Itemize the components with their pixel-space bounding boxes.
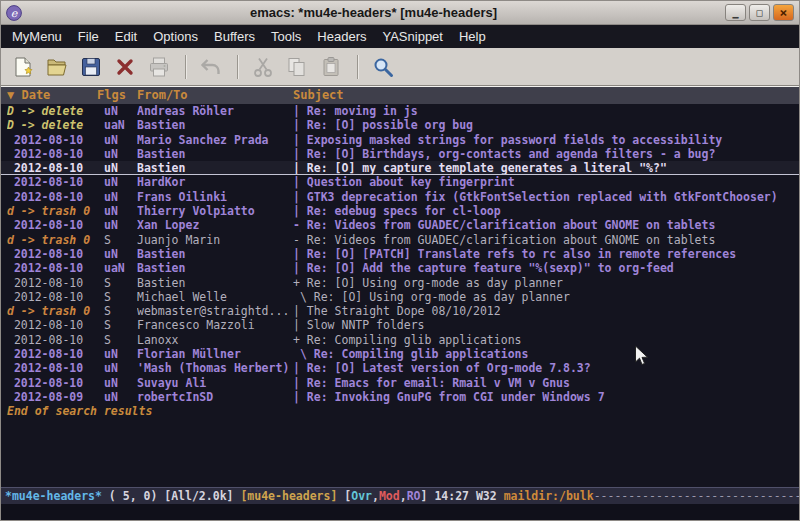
message-subject: | Re: [O] Latest version of Org-mode 7.8…: [293, 361, 799, 375]
menu-mymenu[interactable]: MyMenu: [4, 26, 70, 47]
message-flags: uN: [97, 204, 137, 218]
message-from: robertcInSD: [137, 390, 293, 404]
save-button[interactable]: [75, 51, 107, 83]
message-date: 2012-08-10: [7, 218, 97, 232]
modeline-buffer: *mu4e-headers*: [5, 489, 102, 503]
message-row[interactable]: d -> trash 0 uN Thierry Volpiatto | Re: …: [1, 204, 799, 218]
undo-icon: [199, 55, 223, 79]
menu-tools[interactable]: Tools: [263, 26, 309, 47]
message-row[interactable]: 2012-08-10 uN 'Mash (Thomas Herbert) | R…: [1, 361, 799, 375]
message-date: D -> delete: [7, 118, 97, 132]
message-from: Michael Welle: [137, 290, 293, 304]
message-row[interactable]: 2012-08-10 uN Frans Oilinki | GTK3 depre…: [1, 190, 799, 204]
echo-area[interactable]: [1, 504, 799, 520]
message-row[interactable]: d -> trash 0 S webmaster@straightd... | …: [1, 304, 799, 318]
message-flags: uN: [97, 361, 137, 375]
message-row[interactable]: 2012-08-10 uN Bastien | Re: [O] Birthday…: [1, 147, 799, 161]
modeline-plain: [: [337, 489, 351, 503]
message-subject: | Re: [O] possible org bug: [293, 118, 799, 132]
modeline-plain: ]: [421, 489, 435, 503]
message-subject: - Re: Videos from GUADEC/clarification a…: [293, 233, 799, 247]
print-icon: [147, 55, 171, 79]
message-row[interactable]: 2012-08-10 uN Bastien | Re: [O] [PATCH] …: [1, 247, 799, 261]
message-flags: uN: [97, 161, 137, 174]
message-date: 2012-08-10: [7, 361, 97, 375]
mode-line: *mu4e-headers* ( 5, 0) [All/2.0k] [mu4e-…: [1, 487, 799, 504]
mu4e-headers-buffer: ▼ Date Flgs From/To Subject D -> delete …: [1, 86, 799, 520]
menu-buffers[interactable]: Buffers: [206, 26, 263, 47]
menu-file[interactable]: File: [70, 26, 107, 47]
menu-help[interactable]: Help: [451, 26, 494, 47]
modeline-mode: [mu4e-headers]: [240, 489, 337, 503]
message-subject: | Re: Emacs for email: Rmail v VM v Gnus: [293, 376, 799, 390]
close-buffer-icon: [113, 55, 137, 79]
message-row[interactable]: 2012-08-10 uaN Bastien | Re: [O] Add the…: [1, 261, 799, 275]
message-row[interactable]: 2012-08-10 uN Suvayu Ali | Re: Emacs for…: [1, 376, 799, 390]
menu-edit[interactable]: Edit: [107, 26, 145, 47]
message-from: Bastien: [137, 247, 293, 261]
message-subject: | Slow NNTP folders: [293, 318, 799, 332]
emacs-app-icon: e: [6, 5, 22, 21]
message-from: Bastien: [137, 276, 293, 290]
message-flags: uN: [97, 175, 137, 189]
title-bar[interactable]: e emacs: *mu4e-headers* [mu4e-headers] ▁…: [1, 1, 799, 25]
toolbar: [1, 48, 799, 86]
message-date: 2012-08-10: [7, 147, 97, 161]
message-row[interactable]: 2012-08-10 S Bastien + Re: [O] Using org…: [1, 276, 799, 290]
message-row[interactable]: 2012-08-10 uN HardKor | Question about k…: [1, 175, 799, 189]
menu-yasnippet[interactable]: YASnippet: [374, 26, 450, 47]
column-header-date[interactable]: ▼ Date: [7, 87, 97, 104]
menu-bar: MyMenuFileEditOptionsBuffersToolsHeaders…: [1, 25, 799, 48]
copy-button: [281, 51, 313, 83]
message-flags: uaN: [97, 118, 137, 132]
message-row[interactable]: 2012-08-10 S Lanoxx + Re: Compiling glib…: [1, 333, 799, 347]
search-button[interactable]: [367, 51, 399, 83]
column-header-subject[interactable]: Subject: [293, 87, 799, 104]
message-row[interactable]: 2012-08-10 S Michael Welle \ Re: [O] Usi…: [1, 290, 799, 304]
message-row[interactable]: 2012-08-10 uN Florian Müllner \ Re: Comp…: [1, 347, 799, 361]
message-row[interactable]: D -> delete uN Andreas Röhler | Re: movi…: [1, 104, 799, 118]
open-file-button[interactable]: [41, 51, 73, 83]
column-header-flags[interactable]: Flgs: [97, 87, 137, 104]
search-icon: [371, 55, 395, 79]
message-flags: uN: [97, 190, 137, 204]
new-file-icon: [11, 55, 35, 79]
window-title: emacs: *mu4e-headers* [mu4e-headers]: [28, 5, 719, 20]
message-date: 2012-08-10: [7, 161, 97, 174]
message-from: Bastien: [137, 261, 293, 275]
undo-button: [195, 51, 227, 83]
end-of-results: End of search results: [1, 404, 799, 418]
message-subject: - Re: Videos from GUADEC/clarification a…: [293, 218, 799, 232]
maximize-button[interactable]: □: [749, 4, 770, 21]
save-icon: [79, 55, 103, 79]
message-from: Bastien: [137, 118, 293, 132]
menu-headers[interactable]: Headers: [309, 26, 374, 47]
column-header-from[interactable]: From/To: [137, 87, 293, 104]
message-row[interactable]: 2012-08-10 uN Mario Sanchez Prada | Expo…: [1, 133, 799, 147]
modeline-plain: ( 5, 0) [All/2.0k]: [102, 489, 240, 503]
message-date: 2012-08-10: [7, 290, 97, 304]
menu-options[interactable]: Options: [145, 26, 206, 47]
message-flags: uN: [97, 218, 137, 232]
message-row[interactable]: 2012-08-10 uN Xan Lopez - Re: Videos fro…: [1, 218, 799, 232]
message-row[interactable]: 2012-08-10 uN Bastien | Re: [O] my captu…: [1, 161, 799, 175]
message-date: 2012-08-10: [7, 190, 97, 204]
message-date: D -> delete: [7, 104, 97, 118]
message-row[interactable]: d -> trash 0 S Juanjo Marin - Re: Videos…: [1, 233, 799, 247]
new-file-button[interactable]: [7, 51, 39, 83]
cut-icon: [251, 55, 275, 79]
minimize-button[interactable]: ▁: [725, 4, 746, 21]
message-subject: | Re: [O] Birthdays, org-contacts and ag…: [293, 147, 799, 161]
message-date: d -> trash 0: [7, 204, 97, 218]
message-flags: uN: [97, 376, 137, 390]
message-from: Xan Lopez: [137, 218, 293, 232]
message-subject: \ Re: [O] Using org-mode as day planner: [293, 290, 799, 304]
close-button[interactable]: ×: [773, 4, 794, 21]
message-row[interactable]: 2012-08-09 uN robertcInSD | Re: Invoking…: [1, 390, 799, 404]
modeline-plain: ,: [400, 489, 407, 503]
message-row[interactable]: D -> delete uaN Bastien | Re: [O] possib…: [1, 118, 799, 132]
message-row[interactable]: 2012-08-10 S Francesco Mazzoli | Slow NN…: [1, 318, 799, 332]
modeline-ro: RO: [407, 489, 421, 503]
message-date: 2012-08-10: [7, 347, 97, 361]
close-buffer-button[interactable]: [109, 51, 141, 83]
